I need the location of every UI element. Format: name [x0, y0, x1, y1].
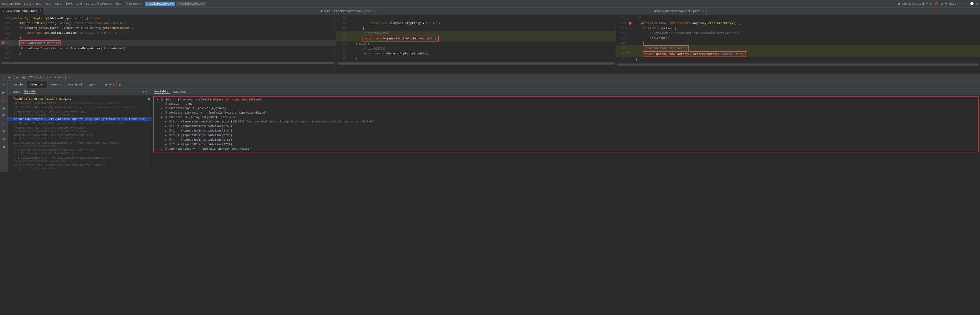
var-advisor-chain-factory[interactable]: ▶ f advisorChainFactory = {DefaultAdviso… — [154, 111, 978, 115]
settings-icon[interactable]: ⚙ — [3, 83, 5, 86]
var-advisors-1[interactable]: ▶ ≡ 1 = {AspectJPointcutAdvisor@2753} — [154, 124, 978, 129]
expand-advisors[interactable]: ▼ — [161, 116, 164, 119]
var-advisors[interactable]: ▼ f advisors = {ArrayList@2693} size = 6 — [154, 115, 978, 119]
var-advisors-4[interactable]: ▶ ≡ 4 = {AspectJPointcutAdvisor@2756} — [154, 138, 978, 142]
breadcrumb-tab-cglib-c[interactable]: C CglibAopProxy — [145, 2, 175, 6]
expand-this[interactable]: ▼ — [156, 98, 159, 101]
sidebar-bookmark-icon[interactable]: ⊕ — [2, 128, 5, 134]
sidebar-debug-icon[interactable]: 🐞 — [0, 97, 7, 103]
expand-chain-factory[interactable]: ▶ — [161, 111, 164, 115]
right-editor[interactable]: 110 */ 111 🔴 protected final synchronize… — [616, 15, 980, 74]
git-clock-icon[interactable]: 🕐 — [970, 2, 974, 5]
tab-debugger[interactable]: Debugger — [27, 81, 48, 88]
debug-btn-step-over[interactable]: ↷ — [94, 83, 97, 87]
breadcrumb-java[interactable]: java — [65, 2, 73, 5]
debug-button[interactable]: 🐞 — [934, 2, 939, 6]
sidebar-profiler-icon[interactable]: ◎ — [2, 105, 5, 111]
close-session[interactable]: × — [68, 76, 70, 79]
expand-a5[interactable]: ▶ — [165, 143, 168, 146]
breadcrumb-spring-aop[interactable]: spring-aop — [24, 2, 41, 5]
breadcrumb-aop[interactable]: aop — [116, 2, 122, 5]
close-tab-factory[interactable]: × — [374, 10, 375, 13]
thread-filter-btn[interactable]: ▦ — [148, 97, 150, 100]
nav-down-btn[interactable]: ▼ — [145, 90, 147, 94]
variables-tab[interactable]: Variables — [154, 90, 170, 94]
debug-btn-stop[interactable]: ■ — [109, 83, 111, 86]
sidebar-step-over-icon[interactable]: ⚡ — [2, 120, 5, 126]
frame-wrap-386[interactable]: wrapIfNecessary:386, AbstractAutoProxyCr… — [8, 133, 152, 141]
expand-a4[interactable]: ▶ — [165, 138, 168, 142]
git-check-icon[interactable]: ✓ — [959, 2, 961, 5]
sidebar-run-icon[interactable]: ▶ — [2, 89, 5, 95]
breadcrumb-main[interactable]: main — [55, 2, 62, 5]
expand-a1[interactable]: ▶ — [165, 124, 168, 128]
stop-button[interactable]: ■ — [945, 2, 947, 6]
breadcrumb-mca-spring[interactable]: mca_spring — [2, 2, 20, 5]
expand-a2[interactable]: ▶ — [165, 129, 168, 133]
debug-btn-step-out[interactable]: ↑ — [102, 83, 104, 86]
nav-up-btn[interactable]: ▲ — [142, 90, 144, 94]
frame-create-72[interactable]: createAopProxy:72, DefaultAopProxyFactor… — [8, 110, 152, 117]
nav-back-icon[interactable]: ◂ — [894, 2, 896, 6]
expand-a0[interactable]: ▶ — [165, 120, 168, 124]
frames-tab[interactable]: Frames — [10, 90, 20, 94]
filter-btn[interactable]: ⊤ — [148, 90, 150, 94]
run-button[interactable]: ▶ — [930, 2, 932, 6]
breadcrumb-framework[interactable]: framework — [125, 2, 141, 5]
var-advisors-3[interactable]: ▶ ≡ 3 = {AspectJPointcutAdvisor@2755} — [154, 133, 978, 138]
thread-down-btn[interactable]: ↓ — [145, 97, 147, 100]
var-advisors-2[interactable]: ▶ ≡ 2 = {AspectJPointcutAdvisor@2754} — [154, 129, 978, 133]
breadcrumb-src[interactable]: src — [45, 2, 51, 5]
debug-btn-resume[interactable]: ▶ — [106, 83, 108, 87]
middle-editor[interactable]: 69 ... 70 return new JdkDynamicAopProxy … — [336, 15, 616, 74]
scroll-mid[interactable] — [337, 62, 615, 65]
close-tab-creator[interactable]: × — [702, 10, 704, 13]
frame-post-327[interactable]: postProcessAfterInitialization:327, Abst… — [8, 141, 152, 148]
frame-docreate-709[interactable]: doCreateBean:709, AbstractAutowireCapabl… — [8, 163, 152, 170]
breadcrumb-org[interactable]: org — [76, 2, 82, 5]
frame-create-524[interactable]: createProxy:524, AbstractAutoProxyCreato… — [8, 126, 152, 133]
frame-init-117[interactable]: <init>:117, CglibAopProxy (org.springfra… — [8, 101, 152, 105]
scroll-left[interactable] — [1, 62, 335, 64]
scroll-right[interactable] — [617, 64, 979, 65]
breadcrumb-springframework[interactable]: springframework — [86, 2, 112, 5]
threads-tab[interactable]: Threads — [24, 90, 36, 94]
sidebar-todo-icon[interactable]: ☑ — [2, 136, 5, 142]
tab-default-factory[interactable]: J DefaultAopProxyFactory.java × — [318, 8, 378, 15]
tab-proxy-creator[interactable]: J ProxyCreatorSupport.java × — [651, 8, 706, 15]
debug-btn-settings2[interactable]: ⚙ — [119, 83, 121, 87]
sidebar-eye-icon[interactable]: 👁 — [1, 113, 6, 119]
expand-apf[interactable]: ▶ — [161, 147, 164, 151]
frame-init-53[interactable]: <init>:53, ObjenesisCglibAopProxy (org.s… — [8, 105, 152, 110]
frame-init-2179[interactable]: initializeBean:2179, AbstractAutowireCap… — [8, 156, 152, 163]
git-pull-icon[interactable]: ↓ — [966, 2, 968, 5]
expand-a3[interactable]: ▶ — [165, 134, 168, 137]
frame-create-117[interactable]: createAopProxy:117, ProxyCreatorSupport … — [8, 117, 152, 121]
debug-btn-step-into[interactable]: ↓ — [98, 83, 100, 86]
thread-up-btn[interactable]: ↑ — [142, 97, 144, 100]
tab-console[interactable]: Console — [8, 81, 27, 88]
frame-getproxy-122[interactable]: getProxy:122, ProxyFactory (org.springfr… — [8, 121, 152, 126]
thread-main[interactable]: ✓ "main"@1 in group "main": RUNNING ↑ ↓ … — [8, 96, 152, 101]
debug-btn-rerun[interactable]: ↺↺ — [89, 83, 93, 87]
git-push-icon[interactable]: ↑ — [963, 2, 964, 5]
tab-memory[interactable]: Memory — [48, 81, 65, 88]
tab-cglib-proxy[interactable]: J CglibAopProxy.java × — [0, 8, 45, 15]
tab-overhead[interactable]: Overhead — [65, 81, 86, 88]
var-active[interactable]: f active = true — [154, 102, 978, 106]
frame-apply-495[interactable]: applyBeanPostProcessorsAfterInitializati… — [8, 148, 152, 156]
close-tab-cglib[interactable]: × — [40, 10, 41, 12]
var-advisors-5[interactable]: ▶ ≡ 5 = {AspectJPointcutAdvisor@2757} — [154, 142, 978, 147]
git-revert-icon[interactable]: ↺ — [976, 2, 978, 5]
build-button[interactable]: ⚙ — [941, 2, 943, 6]
var-advisor-array[interactable]: ▶ f advisorArray = {Advisor[6]@2694} — [154, 106, 978, 111]
var-advisors-0[interactable]: ▶ ≡ 0 = {ExposeInvocationInterceptor$1@2… — [154, 119, 978, 124]
expand-advisor-array[interactable]: ▶ — [161, 107, 164, 110]
watches-tab[interactable]: Watches — [173, 90, 186, 94]
left-editor[interactable]: 120 public CglibAopProxy(AdvisedSupport … — [0, 15, 336, 74]
var-this[interactable]: ▼ ≡ this = {ProxyFactory@2678} Object is… — [154, 97, 978, 102]
breadcrumb-tab-cglib-m[interactable]: m CglibAopProxy — [176, 2, 206, 6]
debug-btn-mute[interactable]: 🚫 — [113, 83, 117, 87]
sidebar-structure-icon[interactable]: ⊞ — [2, 143, 5, 150]
var-aop-proxy-factory[interactable]: ▶ f aopProxyFactory = {DefaultAopProxyFa… — [154, 147, 978, 151]
